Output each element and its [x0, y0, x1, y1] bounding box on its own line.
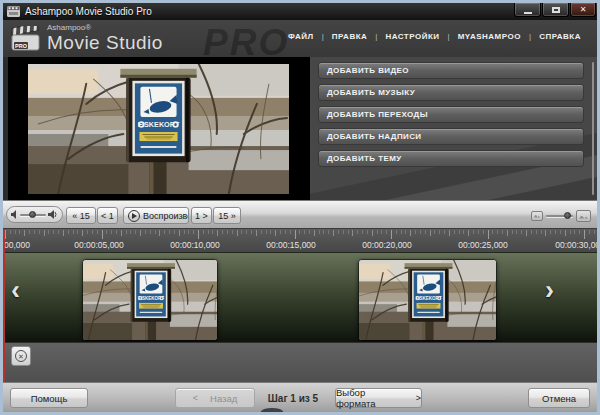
minimize-icon	[524, 12, 532, 14]
ruler-tick	[150, 230, 151, 234]
clip-2-thumbnail	[359, 260, 497, 341]
ruler-label: 00:00:10,000	[170, 240, 220, 250]
video-clip-2[interactable]	[358, 259, 497, 341]
menu-myashampoo[interactable]: MYASHAMPOO	[458, 32, 521, 41]
timeline-ruler-ticks	[3, 230, 597, 240]
ruler-tick	[541, 230, 542, 234]
maximize-button[interactable]	[542, 3, 569, 17]
ruler-tick	[135, 230, 136, 234]
ruler-tick	[415, 230, 416, 234]
ruler-tick	[492, 230, 493, 234]
ruler-tick	[159, 230, 160, 236]
add-music-button[interactable]: ДОБАВИТЬ МУЗЫКУ	[318, 84, 584, 101]
cancel-button[interactable]: Отмена	[528, 388, 590, 408]
ruler-tick	[251, 230, 252, 234]
volume-handle[interactable]	[29, 211, 36, 218]
ruler-tick	[222, 230, 223, 234]
scroll-right-chevron-icon[interactable]: ›	[545, 277, 554, 304]
speaker-low-icon	[11, 210, 18, 219]
ruler-label: 00:00:20,000	[362, 240, 412, 250]
ruler-tick	[314, 230, 315, 236]
window-bottom-notch	[261, 408, 283, 415]
main-area: ДОБАВИТЬ ВИДЕО ДОБАВИТЬ МУЗЫКУ ДОБАВИТЬ …	[3, 57, 597, 200]
ruler-label: 00:00:15,000	[266, 240, 316, 250]
menu-separator: |	[322, 32, 324, 41]
ruler-tick	[10, 230, 11, 234]
ruler-tick	[82, 230, 83, 236]
ruler-label: 00:00:30,000	[555, 240, 597, 250]
back-label: Назад	[210, 393, 237, 404]
add-theme-button[interactable]: ДОБАВИТЬ ТЕМУ	[318, 150, 584, 167]
wizard-footer: Помощь < Назад Шаг 1 из 5 Выбор формата …	[3, 382, 597, 412]
play-button[interactable]: Воспроизве	[123, 207, 189, 224]
skip-forward-15-button[interactable]: 15 »	[213, 207, 241, 224]
ruler-tick	[270, 230, 271, 234]
volume-groove[interactable]	[20, 214, 46, 216]
speaker-high-icon	[48, 209, 58, 220]
ruler-tick	[203, 230, 204, 234]
maximize-icon	[552, 7, 560, 13]
ruler-tick	[338, 230, 339, 234]
ruler-tick	[507, 230, 508, 236]
ruler-tick	[188, 230, 189, 234]
playhead[interactable]	[3, 229, 5, 382]
ruler-tick	[232, 230, 233, 234]
timeline-ruler[interactable]: 00,000 00:00:05,000 00:00:10,000 00:00:1…	[3, 229, 597, 252]
app-logo: PRO Ashampoo® Movie Studio	[11, 24, 163, 52]
main-menu: ФАЙЛ | ПРАВКА | НАСТРОЙКИ | MYASHAMPOO |…	[288, 32, 581, 41]
next-label: Выбор формата	[336, 387, 404, 409]
close-icon: ✕	[580, 6, 587, 14]
ruler-tick	[343, 230, 344, 234]
video-preview	[8, 57, 310, 200]
ruler-tick	[39, 230, 40, 234]
volume-slider[interactable]	[6, 206, 63, 223]
ruler-tick	[241, 230, 242, 234]
skip-back-1-button[interactable]: < 1	[97, 207, 118, 224]
remove-track-button[interactable]: ✕	[11, 346, 31, 366]
timeline-audio-track: ✕	[3, 342, 597, 382]
ruler-tick	[24, 230, 25, 236]
ruler-tick	[381, 230, 382, 234]
ruler-tick	[401, 230, 402, 234]
ruler-tick	[261, 230, 262, 234]
ruler-tick	[217, 230, 218, 236]
ruler-tick	[405, 230, 406, 234]
back-arrow-icon: <	[193, 393, 198, 403]
help-button[interactable]: Помощь	[10, 388, 88, 408]
ruler-tick	[434, 230, 435, 234]
scroll-left-chevron-icon[interactable]: ‹	[11, 277, 20, 304]
add-video-button[interactable]: ДОБАВИТЬ ВИДЕО	[318, 62, 584, 79]
ruler-tick	[483, 230, 484, 234]
close-button[interactable]: ✕	[570, 3, 596, 17]
zoom-out-frame-icon	[531, 211, 543, 221]
logo-text: Ashampoo® Movie Studio	[47, 24, 163, 52]
cancel-label: Отмена	[542, 393, 576, 404]
next-step-button[interactable]: Выбор формата >	[335, 388, 422, 408]
ruler-tick	[280, 230, 281, 234]
back-button[interactable]: < Назад	[175, 388, 255, 408]
add-transitions-button[interactable]: ДОБАВИТЬ ПЕРЕХОДЫ	[318, 106, 584, 123]
timeline-zoom-slider[interactable]	[531, 208, 591, 223]
zoom-groove[interactable]	[546, 215, 573, 217]
menu-settings[interactable]: НАСТРОЙКИ	[385, 32, 439, 41]
skip-back-15-button[interactable]: « 15	[66, 207, 96, 224]
ruler-tick	[372, 230, 373, 236]
menu-help[interactable]: СПРАВКА	[539, 32, 581, 41]
ruler-tick	[193, 230, 194, 234]
skip-forward-1-button[interactable]: 1 >	[191, 207, 212, 224]
zoom-handle[interactable]	[564, 212, 571, 219]
ruler-tick	[309, 230, 310, 234]
panel-scrollbar[interactable]	[592, 62, 594, 195]
ruler-tick	[237, 230, 238, 236]
add-captions-button[interactable]: ДОБАВИТЬ НАДПИСИ	[318, 128, 584, 145]
minimize-button[interactable]	[514, 3, 541, 17]
ruler-tick	[319, 230, 320, 234]
video-clip-1[interactable]	[82, 259, 218, 341]
ruler-tick	[290, 230, 291, 234]
menu-edit[interactable]: ПРАВКА	[332, 32, 368, 41]
ruler-tick	[468, 230, 469, 236]
ruler-tick	[463, 230, 464, 234]
transport-bar: « 15 < 1 Воспроизве 1 > 15 »	[3, 200, 597, 229]
timeline-video-track: ‹ ›	[3, 252, 597, 342]
menu-file[interactable]: ФАЙЛ	[288, 32, 314, 41]
